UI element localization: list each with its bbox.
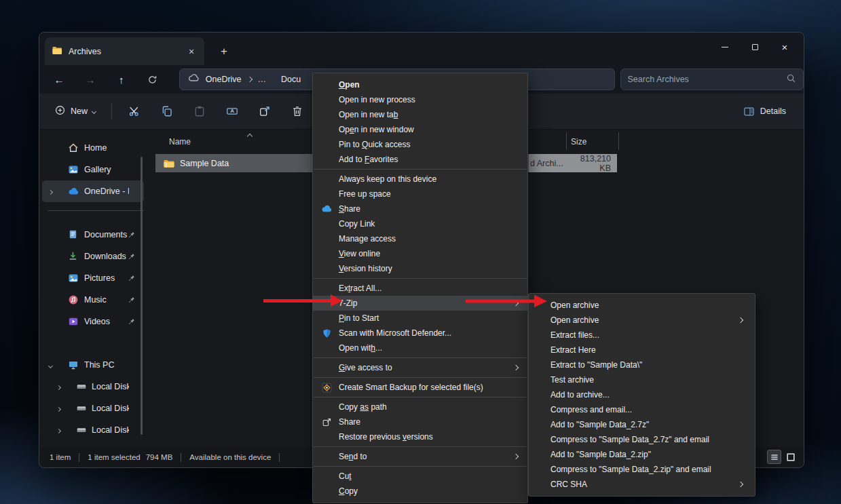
submenu-item-compress-to-sample-data-2-7z-and-email[interactable]: Compress to "Sample Data_2.7z" and email — [529, 432, 755, 447]
menu-item-create-smart-backup-for-selected-file-s[interactable]: Create Smart Backup for selected file(s) — [313, 380, 527, 395]
submenu-item-open-archive[interactable]: Open archive — [529, 298, 755, 313]
menu-item-free-up-space[interactable]: Free up space — [313, 187, 527, 201]
menu-item-label: Pin to Quick access — [339, 140, 522, 149]
sidebar-item-downloads[interactable]: Downloads — [42, 246, 144, 267]
expander-chevron-right-icon[interactable] — [57, 382, 60, 391]
sidebar-item-pictures[interactable]: Pictures — [42, 267, 144, 289]
sidebar-item-videos[interactable]: Videos — [42, 311, 144, 332]
menu-separator — [314, 446, 527, 447]
menu-item-open-with[interactable]: Open with... — [313, 341, 527, 355]
menu-item-icon-slot — [320, 263, 333, 274]
menu-item-always-keep-on-this-device[interactable]: Always keep on this device — [313, 172, 527, 187]
sidebar-item-music[interactable]: Music — [42, 289, 144, 311]
menu-item-cut[interactable]: Cut — [313, 469, 527, 484]
refresh-button[interactable] — [142, 69, 164, 90]
copy-button[interactable] — [153, 100, 181, 123]
submenu-item-extract-here[interactable]: Extract Here — [529, 343, 755, 357]
music-icon — [68, 294, 79, 305]
submenu-item-add-to-sample-data-2-zip[interactable]: Add to "Sample Data_2.zip" — [529, 447, 755, 462]
expander-chevron-right-icon[interactable] — [57, 404, 60, 413]
column-header-size[interactable]: Size — [571, 137, 586, 147]
maximize-button[interactable] — [740, 33, 770, 61]
menu-item-icon-slot — [320, 174, 333, 185]
menu-item-send-to[interactable]: Send to — [313, 449, 527, 464]
menu-item-7-zip[interactable]: 7-Zip — [313, 296, 527, 311]
menu-item-copy[interactable]: Copy — [313, 484, 527, 499]
tab-archives[interactable]: Archives × — [45, 37, 204, 65]
submenu-item-open-archive[interactable]: Open archive — [529, 313, 755, 328]
submenu-item-compress-to-sample-data-2-zip-and-email[interactable]: Compress to "Sample Data_2.zip" and emai… — [529, 462, 755, 477]
menu-item-open-in-new-tab[interactable]: Open in new tab — [313, 107, 527, 122]
submenu-item-compress-and-email[interactable]: Compress and email... — [529, 402, 755, 417]
column-separator[interactable] — [618, 132, 619, 150]
menu-item-copy-link[interactable]: Copy Link — [313, 216, 527, 231]
sidebar-item-local-disk-f[interactable]: Local Disk (F:) — [42, 419, 144, 441]
rename-button[interactable]: A — [219, 100, 246, 123]
sidebar-scrollbar[interactable] — [141, 157, 143, 435]
sidebar-item-network[interactable]: Network — [42, 441, 144, 447]
new-button[interactable]: New — [48, 100, 102, 122]
sidebar-item-local-disk-d[interactable]: Local Disk (D:) — [42, 398, 144, 419]
share-button[interactable] — [251, 100, 278, 123]
sidebar-item-home[interactable]: Home — [42, 137, 144, 159]
back-button[interactable]: ← — [48, 69, 70, 90]
submenu-item-test-archive[interactable]: Test archive — [529, 372, 755, 387]
up-button[interactable]: ↑ — [111, 69, 132, 90]
menu-item-label: Open in new tab — [339, 110, 522, 119]
breadcrumb-root[interactable]: OneDrive — [206, 75, 242, 84]
close-button[interactable]: × — [770, 33, 800, 61]
refresh-icon — [147, 75, 157, 85]
menu-item-copy-as-path[interactable]: Copy as path — [313, 400, 527, 414]
column-header-name[interactable]: Name — [169, 137, 191, 147]
menu-item-scan-with-microsoft-defender[interactable]: Scan with Microsoft Defender... — [313, 326, 527, 341]
minimize-button[interactable] — [710, 33, 740, 61]
delete-button[interactable] — [284, 100, 311, 123]
submenu-item-add-to-sample-data-2-7z[interactable]: Add to "Sample Data_2.7z" — [529, 417, 755, 432]
menu-item-manage-access[interactable]: Manage access — [313, 231, 527, 246]
menu-separator — [314, 357, 527, 358]
menu-item-view-online[interactable]: View online — [313, 246, 527, 261]
search-input[interactable] — [628, 75, 787, 84]
submenu-item-crc-sha[interactable]: CRC SHA — [529, 477, 755, 492]
column-separator[interactable] — [566, 132, 567, 150]
menu-item-restore-previous-versions[interactable]: Restore previous versions — [313, 429, 527, 444]
menu-item-version-history[interactable]: Version history — [313, 261, 527, 276]
cut-button[interactable] — [121, 100, 148, 123]
menu-item-add-to-favorites[interactable]: Add to Favorites — [313, 152, 527, 167]
menu-item-pin-to-quick-access[interactable]: Pin to Quick access — [313, 137, 527, 152]
menu-item-pin-to-start[interactable]: Pin to Start — [313, 311, 527, 326]
sidebar-item-documents[interactable]: Documents — [42, 224, 144, 246]
menu-item-open-in-new-process[interactable]: Open in new process — [313, 92, 527, 107]
sidebar-divider — [48, 210, 144, 211]
expander-chevron-down-icon[interactable] — [49, 360, 52, 370]
tab-close-icon[interactable]: × — [185, 45, 198, 58]
menu-item-open-in-new-window[interactable]: Open in new window — [313, 122, 527, 137]
thumbnail-view-button[interactable] — [783, 450, 798, 464]
details-view-button[interactable] — [767, 450, 781, 464]
status-divider — [181, 453, 181, 462]
sidebar-item-gallery[interactable]: Gallery — [42, 159, 144, 180]
new-tab-button[interactable]: + — [217, 44, 231, 59]
breadcrumb-ellipsis[interactable]: … — [258, 75, 267, 84]
sidebar-item-onedrive-pers[interactable]: OneDrive - Pers — [42, 180, 144, 202]
menu-item-extract-all[interactable]: Extract All... — [313, 281, 527, 296]
forward-button[interactable]: → — [79, 69, 101, 90]
sidebar-item-local-disk-c[interactable]: Local Disk (C:) — [42, 376, 144, 398]
menu-separator — [314, 169, 527, 170]
menu-item-share[interactable]: Share — [313, 201, 527, 216]
breadcrumb-current[interactable]: Docu — [281, 75, 301, 84]
expander-chevron-right-icon[interactable] — [57, 425, 60, 435]
menu-item-open[interactable]: Open — [313, 77, 527, 92]
sidebar-item-this-pc[interactable]: This PC — [42, 354, 144, 376]
menu-item-share[interactable]: Share — [313, 414, 527, 429]
submenu-item-add-to-archive[interactable]: Add to archive... — [529, 387, 755, 402]
expander-chevron-right-icon[interactable] — [49, 187, 52, 196]
search-box[interactable] — [620, 69, 804, 90]
paste-button[interactable] — [186, 100, 213, 123]
status-divider — [79, 453, 79, 462]
details-toggle[interactable]: Details — [743, 106, 786, 117]
submenu-item-extract-files[interactable]: Extract files... — [529, 328, 755, 343]
title-bar: Archives × + × — [39, 33, 804, 65]
submenu-item-extract-to-sample-data[interactable]: Extract to "Sample Data\" — [529, 357, 755, 372]
menu-item-give-access-to[interactable]: Give access to — [313, 360, 527, 375]
